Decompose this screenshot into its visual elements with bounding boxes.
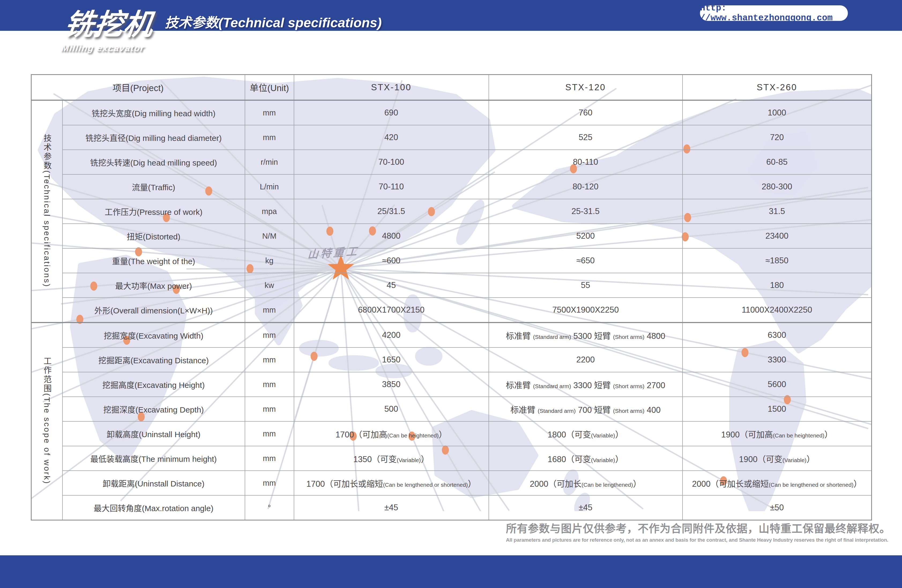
table-row: 挖掘深度(Excavating Depth)mm500标准臂 (Standard… bbox=[31, 397, 872, 421]
table-row: 扭矩(Distorted)N/M4800520023400 bbox=[31, 224, 872, 248]
value-cell: 标准臂 (Standard arm) 5300 短臂 (Short arms) … bbox=[489, 322, 683, 347]
unit-cell: mm bbox=[245, 298, 294, 322]
column-header-model-stx120: STX-120 bbox=[489, 75, 683, 100]
table-row: 卸载高度(Uninstall Height)mm1700（可加高(Can be … bbox=[31, 421, 872, 446]
value-cell: 6300 bbox=[683, 322, 872, 347]
value-cell: 3850 bbox=[294, 372, 489, 397]
value-cell: ±45 bbox=[489, 495, 683, 520]
value-cell: 4200 bbox=[294, 322, 489, 347]
unit-cell: mm bbox=[245, 372, 294, 397]
value-cell: 5600 bbox=[683, 372, 872, 397]
unit-cell: kw bbox=[245, 273, 294, 298]
value-cell: 11000X2400X2250 bbox=[683, 298, 872, 322]
row-label-cell: 挖掘距离(Excavating Distance) bbox=[63, 347, 245, 372]
value-cell: 7500X1900X2250 bbox=[489, 298, 683, 322]
table-row: 重量(The weight of the)kg≈600≈650≈1850 bbox=[31, 248, 872, 273]
table-row: 外形(Overall dimension(L×W×H))mm6800X1700X… bbox=[31, 298, 872, 322]
value-cell: 70-100 bbox=[294, 150, 489, 174]
table-row: 工作范围(The scope of work)挖掘宽度(Excavating W… bbox=[31, 322, 872, 347]
value-cell: 4800 bbox=[294, 224, 489, 248]
value-cell: 690 bbox=[294, 100, 489, 125]
row-label-cell: 重量(The weight of the) bbox=[63, 248, 245, 273]
value-cell: 45 bbox=[294, 273, 489, 298]
value-cell: 760 bbox=[489, 100, 683, 125]
table-row: 流量(Traffic)L/min70-11080-120280-300 bbox=[31, 174, 872, 199]
value-cell: 6800X1700X2150 bbox=[294, 298, 489, 322]
value-cell: 720 bbox=[683, 125, 872, 150]
unit-cell: N/M bbox=[245, 224, 294, 248]
disclaimer-text-cn: 所有参数与图片仅供参考，不作为合同附件及依据，山特重工保留最终解释权。 bbox=[506, 520, 860, 535]
value-cell: 标准臂 (Standard arm) 3300 短臂 (Short arms) … bbox=[489, 372, 683, 397]
value-cell: 525 bbox=[489, 125, 683, 150]
value-cell: 1700（可加高(Can be heightened)） bbox=[294, 421, 489, 446]
unit-cell: mm bbox=[245, 347, 294, 372]
row-label-cell: 卸载高度(Uninstall Height) bbox=[63, 421, 245, 446]
value-cell: 2000（可加长或缩短(Can be lengthened or shorten… bbox=[683, 471, 872, 495]
value-cell: 标准臂 (Standard arm) 700 短臂 (Short arms) 4… bbox=[489, 397, 683, 421]
value-cell: 31.5 bbox=[683, 199, 872, 224]
group-cell: 工作范围(The scope of work) bbox=[31, 322, 63, 520]
value-cell: 23400 bbox=[683, 224, 872, 248]
value-cell: ≈600 bbox=[294, 248, 489, 273]
row-label-cell: 挖掘高度(Excavating Height) bbox=[63, 372, 245, 397]
website-url-badge[interactable]: Http: //www.shantezhonggong.com bbox=[700, 5, 848, 21]
unit-cell: mm bbox=[245, 471, 294, 495]
unit-cell: mm bbox=[245, 322, 294, 347]
value-cell: 25-31.5 bbox=[489, 199, 683, 224]
value-cell: 1500 bbox=[683, 397, 872, 421]
table-row: 挖掘高度(Excavating Height)mm3850标准臂 (Standa… bbox=[31, 372, 872, 397]
column-header-model-stx260: STX-260 bbox=[683, 75, 872, 100]
unit-cell: L/min bbox=[245, 174, 294, 199]
value-cell: 1900（可变(Variable)） bbox=[683, 446, 872, 471]
value-cell: 1350（可变(Variable)） bbox=[294, 446, 489, 471]
value-cell: 500 bbox=[294, 397, 489, 421]
logo-text-en: Milling excavator bbox=[61, 43, 150, 53]
unit-cell: mm bbox=[245, 100, 294, 125]
row-label-cell: 卸载距离(Uninstall Distance) bbox=[63, 471, 245, 495]
unit-cell: kg bbox=[245, 248, 294, 273]
row-label-cell: 铣挖头宽度(Dig milling head width) bbox=[63, 100, 245, 125]
value-cell: 1000 bbox=[683, 100, 872, 125]
value-cell: 3300 bbox=[683, 347, 872, 372]
value-cell: ≈650 bbox=[489, 248, 683, 273]
group-label-text: 工作范围(The scope of work) bbox=[41, 357, 53, 485]
value-cell: 1680（可变(Variable)） bbox=[489, 446, 683, 471]
table-header-row: 项目(Project) 单位(Unit) STX-100 STX-120 STX… bbox=[31, 75, 872, 100]
row-label-cell: 最大功率(Max power) bbox=[63, 273, 245, 298]
value-cell: 60-85 bbox=[683, 150, 872, 174]
value-cell: 1900（可加高(Can be heightened)） bbox=[683, 421, 872, 446]
value-cell: 70-110 bbox=[294, 174, 489, 199]
value-cell: 55 bbox=[489, 273, 683, 298]
brand-logo: 铣挖机 Milling excavator bbox=[61, 10, 155, 53]
column-header-project: 项目(Project) bbox=[31, 75, 245, 100]
table-row: 卸载距离(Uninstall Distance)mm1700（可加长或缩短(Ca… bbox=[31, 471, 872, 495]
table-row: 技术参数(Technical specifications)铣挖头宽度(Dig … bbox=[31, 100, 872, 125]
logo-text-cn: 铣挖机 bbox=[63, 10, 155, 39]
unit-cell: mm bbox=[245, 446, 294, 471]
disclaimer: 所有参数与图片仅供参考，不作为合同附件及依据，山特重工保留最终解释权。 All … bbox=[506, 520, 860, 543]
value-cell: 80-110 bbox=[489, 150, 683, 174]
row-label-cell: 最低装载高度(The minimum height) bbox=[63, 446, 245, 471]
bottom-footer-bar bbox=[0, 555, 902, 588]
value-cell: 5200 bbox=[489, 224, 683, 248]
value-cell: 1650 bbox=[294, 347, 489, 372]
row-label-cell: 流量(Traffic) bbox=[63, 174, 245, 199]
unit-cell: r/min bbox=[245, 150, 294, 174]
row-label-cell: 工作压力(Pressure of work) bbox=[63, 199, 245, 224]
row-label-cell: 外形(Overall dimension(L×W×H)) bbox=[63, 298, 245, 322]
disclaimer-text-en: All parameters and pictures are for refe… bbox=[506, 537, 860, 543]
table-row: 铣挖头转速(Dig head milling speed)r/min70-100… bbox=[31, 150, 872, 174]
value-cell: ±50 bbox=[683, 495, 872, 520]
page-title: 技术参数(Technical specifications) bbox=[165, 12, 382, 31]
value-cell: 1800（可变(Variable)） bbox=[489, 421, 683, 446]
value-cell: ±45 bbox=[294, 495, 489, 520]
spec-table: 项目(Project) 单位(Unit) STX-100 STX-120 STX… bbox=[31, 74, 872, 521]
value-cell: 80-120 bbox=[489, 174, 683, 199]
table-row: 工作压力(Pressure of work)mpa25/31.525-31.53… bbox=[31, 199, 872, 224]
page: 铣挖机 Milling excavator 技术参数(Technical spe… bbox=[0, 0, 902, 588]
row-label-cell: 最大回转角度(Max.rotation angle) bbox=[63, 495, 245, 520]
value-cell: 420 bbox=[294, 125, 489, 150]
row-label-cell: 铣挖头直径(Dig milling head diameter) bbox=[63, 125, 245, 150]
group-label-text: 技术参数(Technical specifications) bbox=[41, 134, 53, 288]
value-cell: 280-300 bbox=[683, 174, 872, 199]
